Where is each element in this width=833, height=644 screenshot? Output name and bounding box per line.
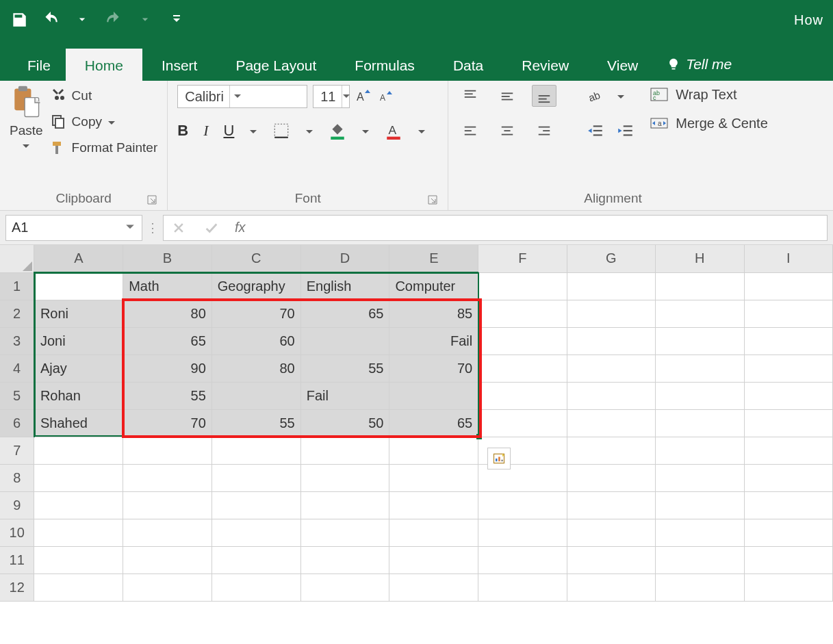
cell-F9[interactable] <box>478 491 567 519</box>
row-5[interactable]: 5 Rohan 55 Fail <box>0 382 833 409</box>
row-header-11[interactable]: 11 <box>0 546 34 574</box>
cell-E7[interactable] <box>389 437 478 464</box>
wrap-text-button[interactable]: abc Wrap Text <box>650 86 768 103</box>
cell-D10[interactable] <box>300 519 389 546</box>
select-all-corner[interactable] <box>0 245 34 272</box>
bold-button[interactable]: B <box>177 122 188 140</box>
row-header-2[interactable]: 2 <box>0 300 34 327</box>
paste-dropdown-icon[interactable] <box>22 141 30 149</box>
cell-G12[interactable] <box>567 574 655 601</box>
row-12[interactable]: 12 <box>0 574 833 601</box>
cell-F3[interactable] <box>478 327 567 355</box>
cell-C3[interactable]: 60 <box>212 327 300 355</box>
row-header-7[interactable]: 7 <box>0 437 34 464</box>
cut-button[interactable]: Cut <box>50 88 158 104</box>
cell-F12[interactable] <box>478 574 567 601</box>
cell-E11[interactable] <box>389 546 478 574</box>
font-size-dropdown-icon[interactable] <box>342 86 350 107</box>
borders-dropdown-icon[interactable] <box>305 127 313 135</box>
col-header-D[interactable]: D <box>300 245 389 272</box>
cell-D6[interactable]: 50 <box>300 409 389 437</box>
row-8[interactable]: 8 <box>0 464 833 491</box>
redo-button[interactable] <box>104 10 123 29</box>
cell-H4[interactable] <box>656 355 744 382</box>
cell-H5[interactable] <box>656 382 744 409</box>
cell-I12[interactable] <box>744 574 832 601</box>
cell-A7[interactable] <box>34 437 123 464</box>
cell-B1[interactable]: Math <box>123 272 212 300</box>
cell-G4[interactable] <box>567 355 655 382</box>
orientation-icon[interactable]: ab <box>587 87 604 105</box>
cell-B10[interactable] <box>123 519 212 546</box>
cell-G6[interactable] <box>567 409 655 437</box>
cell-B3[interactable]: 65 <box>123 327 212 355</box>
underline-dropdown-icon[interactable] <box>249 127 257 135</box>
row-header-3[interactable]: 3 <box>0 327 34 355</box>
col-header-G[interactable]: G <box>567 245 655 272</box>
cell-D8[interactable] <box>300 464 389 491</box>
cell-I10[interactable] <box>744 519 832 546</box>
col-header-H[interactable]: H <box>656 245 744 272</box>
row-3[interactable]: 3 Joni 65 60 Fail <box>0 327 833 355</box>
cell-I4[interactable] <box>744 355 832 382</box>
cell-I1[interactable] <box>744 272 832 300</box>
cell-I2[interactable] <box>744 300 832 327</box>
cell-H9[interactable] <box>656 491 744 519</box>
cell-C12[interactable] <box>212 574 300 601</box>
cell-G5[interactable] <box>567 382 655 409</box>
cell-D5[interactable]: Fail <box>300 382 389 409</box>
cell-I11[interactable] <box>744 546 832 574</box>
cell-A3[interactable]: Joni <box>34 327 123 355</box>
row-header-12[interactable]: 12 <box>0 574 34 601</box>
font-name-dropdown-icon[interactable] <box>229 86 246 107</box>
cell-C2[interactable]: 70 <box>212 300 300 327</box>
col-header-B[interactable]: B <box>123 245 212 272</box>
decrease-indent-icon[interactable] <box>587 123 604 140</box>
tab-home[interactable]: Home <box>66 49 142 81</box>
cell-A12[interactable] <box>34 574 123 601</box>
cell-B5[interactable]: 55 <box>123 382 212 409</box>
cell-E9[interactable] <box>389 491 478 519</box>
cell-C4[interactable]: 80 <box>212 355 300 382</box>
cell-F1[interactable] <box>478 272 567 300</box>
cell-G3[interactable] <box>567 327 655 355</box>
cell-B9[interactable] <box>123 491 212 519</box>
quick-analysis-icon[interactable] <box>487 448 511 469</box>
fx-label[interactable]: fx <box>235 220 246 235</box>
cell-G10[interactable] <box>567 519 655 546</box>
cell-F6[interactable] <box>478 409 567 437</box>
tab-data[interactable]: Data <box>434 49 502 81</box>
row-1[interactable]: 1 Math Geography English Computer <box>0 272 833 300</box>
cell-F11[interactable] <box>478 546 567 574</box>
cell-D3[interactable] <box>300 327 389 355</box>
col-header-F[interactable]: F <box>478 245 567 272</box>
cell-D11[interactable] <box>300 546 389 574</box>
cell-G7[interactable] <box>567 437 655 464</box>
cell-A2[interactable]: Roni <box>34 300 123 327</box>
cell-C11[interactable] <box>212 546 300 574</box>
cell-I3[interactable] <box>744 327 832 355</box>
cell-E6[interactable]: 65 <box>389 409 478 437</box>
tab-file[interactable]: File <box>21 49 66 81</box>
tab-review[interactable]: Review <box>502 49 588 81</box>
row-header-9[interactable]: 9 <box>0 491 34 519</box>
enter-formula-icon[interactable] <box>202 218 221 237</box>
cell-C5[interactable] <box>212 382 300 409</box>
underline-button[interactable]: U <box>223 122 234 140</box>
cell-D2[interactable]: 65 <box>300 300 389 327</box>
worksheet-grid[interactable]: A B C D E F G H I 1 Math Geography Engli… <box>0 245 833 602</box>
cell-D9[interactable] <box>300 491 389 519</box>
cell-C9[interactable] <box>212 491 300 519</box>
fill-color-dropdown-icon[interactable] <box>361 127 370 135</box>
cell-G9[interactable] <box>567 491 655 519</box>
italic-button[interactable]: I <box>203 122 208 140</box>
row-header-5[interactable]: 5 <box>0 382 34 409</box>
increase-indent-icon[interactable] <box>617 123 635 140</box>
cell-D12[interactable] <box>300 574 389 601</box>
cell-H7[interactable] <box>656 437 744 464</box>
cell-I5[interactable] <box>744 382 832 409</box>
cell-D4[interactable]: 55 <box>300 355 389 382</box>
format-painter-button[interactable]: Format Painter <box>50 140 158 156</box>
undo-dropdown-icon[interactable] <box>73 10 92 29</box>
cell-H12[interactable] <box>656 574 744 601</box>
